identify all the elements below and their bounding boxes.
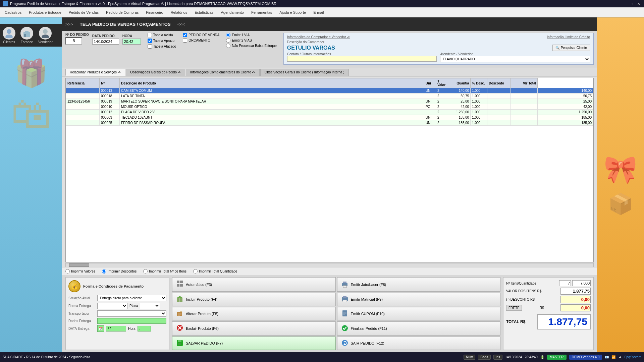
itens-qty-input[interactable] (572, 280, 591, 286)
search-icon: 🔍 (555, 46, 559, 50)
frete-button[interactable]: FRETE (506, 305, 522, 311)
svg-rect-7 (177, 281, 179, 283)
pedido-data-input[interactable] (92, 39, 119, 45)
situacao-select[interactable]: Entrega direto para o cliente (97, 295, 166, 301)
pedido-hora-input[interactable] (122, 39, 141, 45)
scrollbar-thumb[interactable] (69, 263, 89, 267)
salvar-pedido-button[interactable]: SALVAR PEDIDO (F7) (172, 337, 336, 350)
menu-ajuda[interactable]: Ajuda e Suporte (276, 9, 309, 16)
hora-entrega-input[interactable] (138, 326, 151, 331)
window-controls[interactable]: ─ □ ✕ (623, 1, 641, 6)
status-date: 14/10/2024 (505, 355, 522, 359)
table-row[interactable]: 000003TECLADO 102ABNTUNI2185,001.000185,… (66, 115, 593, 120)
pesquisar-cliente-button[interactable]: 🔍 Pesquisar Cliente (552, 45, 590, 51)
table-row[interactable]: 000013CAMISETA COMUMUNI2140,001.000140,0… (66, 88, 593, 94)
alterar-produto-button[interactable]: Alterar Produto (F5) (172, 307, 336, 320)
pedido-type-radios: PEDIDO DE VENDA ORÇAMENTO (183, 33, 219, 43)
client-icon-fornece[interactable]: Fornece (20, 27, 33, 44)
automatico-button[interactable]: Automático (F3) (172, 277, 336, 292)
menu-produtos[interactable]: Produtos e Estoque (25, 9, 65, 16)
col-tvalor: T Valor (436, 78, 447, 88)
atendente-select[interactable]: FLAVIO QUADRADO (440, 56, 590, 62)
svg-point-5 (43, 29, 48, 34)
itens-num-input[interactable] (559, 280, 571, 286)
frete-rs-label: R$ (540, 306, 544, 310)
col-total: Vlr Total (511, 78, 538, 88)
menu-email[interactable]: E-mail (310, 9, 327, 16)
table-scrollbar[interactable] (65, 263, 594, 267)
frete-input[interactable] (560, 304, 591, 311)
calendar-button[interactable]: 📅 (97, 325, 104, 332)
tab-produtos[interactable]: Relacionar Produtos e Serviços -> (65, 69, 125, 76)
data-entrega-input[interactable] (106, 326, 126, 331)
svg-rect-22 (342, 310, 347, 316)
svg-point-0 (7, 29, 11, 34)
emitir-matricial-button[interactable]: Emitir Matricial (F9) (337, 293, 501, 306)
tab-observacoes[interactable]: Observações Gerais do Pedido -> (126, 69, 185, 76)
menu-pedido-vendas[interactable]: Pedido de Vendas (65, 9, 102, 16)
svg-point-6 (42, 35, 49, 38)
tabela-atacado-check[interactable]: Tabela Atacado (148, 44, 176, 49)
tabela-apraco-check[interactable]: Tabela Aprazo (148, 39, 176, 43)
client-icon-clientes[interactable]: Clientes (3, 27, 15, 44)
menu-financeiro[interactable]: Financeiro (143, 9, 166, 16)
menu-cadastros[interactable]: Cadastros (1, 9, 25, 16)
excluir-produto-button[interactable]: Excluir Produto (F6) (172, 321, 336, 336)
action-row-5: SALVAR PEDIDO (F7) SAIR PEDIDO (F12) (172, 337, 500, 350)
emitir2vias-radio[interactable]: Emitir 2 VIAS (226, 38, 276, 43)
contato-input[interactable] (287, 56, 437, 62)
totals-section: Nº Itens/Quantidade VALOR DOS ITENS R$ (… (503, 277, 594, 350)
menu-relatorios[interactable]: Relatórios (167, 9, 191, 16)
desconto-row: (-) DESCONTO R$ (506, 296, 591, 303)
orcamento-check[interactable]: ORÇAMENTO (183, 38, 219, 43)
table-row[interactable]: 000025FERRO DE PASSAR ROUPAUNI2185,001.0… (66, 120, 593, 126)
sair-pedido-button[interactable]: SAIR PEDIDO (F12) (337, 337, 501, 350)
menu-pedido-compras[interactable]: Pedido de Compras (103, 9, 142, 16)
svg-marker-21 (180, 311, 182, 312)
maximize-button[interactable]: □ (629, 1, 635, 6)
print-options: Imprimir Valores Imprimir Descontos Impr… (62, 268, 597, 275)
nao-processar-radio[interactable]: Não Processar Baixa Estoque (226, 44, 276, 48)
minimize-button[interactable]: ─ (623, 1, 628, 6)
table-row[interactable]: 000010MOUSE OPTICOPC242,001.00042,00 (66, 104, 593, 110)
edit-icon (176, 309, 184, 318)
dados-entrega-input[interactable] (97, 318, 166, 324)
valor-itens-row: VALOR DOS ITENS R$ (506, 288, 591, 295)
valor-itens-input[interactable] (560, 288, 591, 295)
tab-informacoes[interactable]: Informações Complementares do Cliente -> (186, 69, 260, 76)
svg-rect-8 (180, 281, 183, 283)
menu-agendamento[interactable]: Agendamento (217, 9, 247, 16)
print-valores-option[interactable]: Imprimir Valores (65, 269, 95, 274)
emitir-cupom-button[interactable]: Emitir CUPOM (F10) (337, 307, 501, 320)
transportador-select[interactable] (97, 310, 166, 317)
print-total-qtd-option[interactable]: Imprimir Total Quantidade (193, 269, 237, 274)
comprador-info-link[interactable]: Informações do Comprador e Vendedor -> (287, 35, 350, 39)
emitir-jato-button[interactable]: Emitir Jato/Laser (F8) (337, 277, 501, 292)
table-row[interactable]: 000018LATA DE TINTA250,751.00050,75 (66, 94, 593, 99)
emitir-radios: Emitir 1 VIA Emitir 2 VIAS Não Processar… (226, 33, 276, 48)
pedido-numero-input[interactable] (65, 37, 82, 45)
desconto-input[interactable] (560, 296, 591, 303)
forma-entrega-select[interactable] (97, 303, 127, 309)
payment-header: 💰 Forma e Condições de Pagamento (68, 280, 166, 292)
tab-obs-cliente[interactable]: Observações Gerais do Cliente ( Informaç… (260, 69, 349, 76)
toolbar-title: TELA PEDIDO DE VENDAS / ORÇAMENTOS (80, 22, 171, 27)
col-num: Nº (100, 78, 120, 88)
menu-ferramentas[interactable]: Ferramentas (248, 9, 275, 16)
emitir1via-radio[interactable]: Emitir 1 VIA (226, 33, 276, 37)
print-total-itens-option[interactable]: Imprimir Total Nº de Itens (143, 269, 186, 274)
finalizar-pedido-button[interactable]: Finalizar Pedido (F11) (337, 321, 501, 336)
menu-estatisticas[interactable]: Estatísticas (191, 9, 217, 16)
tabela-avista-check[interactable]: Tabela Avista (148, 33, 176, 37)
incluir-produto-button[interactable]: Incluir Produto (F4) (172, 293, 336, 306)
print-descontos-option[interactable]: Imprimir Descontos (102, 269, 137, 274)
client-icon-vendedor[interactable]: Vendedor (38, 27, 53, 44)
table-row[interactable]: 000012PLACA DE VIDEO 25621.250,001.0001.… (66, 110, 593, 115)
network-icon: 📶 (611, 355, 615, 359)
table-row[interactable]: 123456123456000019MARTELO SUPER NOVO E B… (66, 99, 593, 104)
pedido-venda-check[interactable]: PEDIDO DE VENDA (183, 33, 219, 37)
limite-credito-tab[interactable]: Informação Limite de Crédito (547, 35, 590, 39)
close-button[interactable]: ✕ (636, 1, 641, 6)
placa-select[interactable] (140, 303, 160, 309)
transportador-label: Transportador (68, 312, 95, 315)
